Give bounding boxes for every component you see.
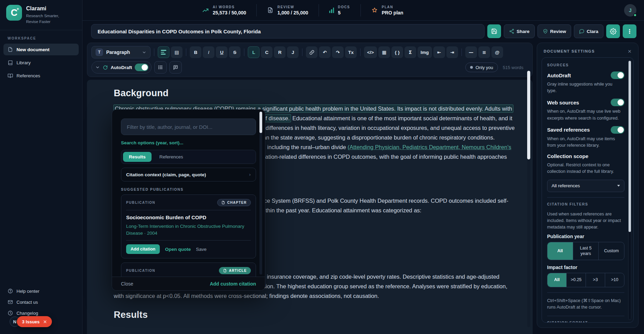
autodraft-expand-button[interactable] [95,65,100,70]
more-options-button[interactable]: ⋮ [623,24,636,38]
badge-label: ARTICLE [229,269,247,272]
pub-year-option-custom[interactable]: Custom [598,242,624,260]
tab-references[interactable]: References [154,152,189,162]
link-button[interactable] [306,46,318,58]
math-button[interactable]: Σ [404,46,416,58]
impact-option-all[interactable]: All [547,273,566,287]
popup-scrollbar-thumb[interactable] [259,112,262,133]
sidebar-item-new-document[interactable]: New document [3,44,79,55]
impact-option-10[interactable]: >10 [605,273,624,287]
issues-toast: N 3 Issues × [10,316,52,327]
outdent-button[interactable]: ⇤ [433,46,445,58]
pub-year-option-last5[interactable]: Last 5 years [573,242,599,260]
align-center-button[interactable]: C [261,46,273,58]
collection-scope-select[interactable]: All references [547,180,624,192]
sidebar-item-references[interactable]: References [3,70,79,81]
search-options-link[interactable]: Search options (year, sort)... [121,140,256,145]
save-reference-link[interactable]: Save [196,247,207,252]
toggle-knob [618,127,624,133]
indent-button[interactable]: ⇥ [446,46,458,58]
underline-button[interactable]: U [216,46,227,58]
app-logo[interactable]: C [6,5,22,21]
bold-button[interactable]: B [190,46,201,58]
align-justify-button[interactable]: J [287,46,299,58]
undo-button[interactable]: ↶ [319,46,331,58]
image-button[interactable]: Img [418,46,432,58]
review-button[interactable]: Review [537,24,571,38]
outline-list-button[interactable] [154,61,167,74]
formatting-toolbar-row: T Paragraph ▤ B I U S L [91,46,528,58]
tab-results[interactable]: Results [123,152,152,162]
caret-icon: › [249,172,251,177]
saved-references-setting-row: Saved references [547,126,624,134]
mention-button[interactable]: @ [491,46,503,58]
autodraft-setting-toggle[interactable] [611,71,624,79]
line-blocks-button[interactable]: ≡ [478,46,490,58]
notification-initial: N [13,319,16,324]
presence-label: Only you [476,65,493,70]
add-custom-citation-link[interactable]: Add custom citation [210,281,256,287]
sidebar-item-library[interactable]: Library [3,57,79,68]
sparkle-icon [16,8,20,11]
file-plus-icon [8,47,13,52]
align-left-letter-button[interactable]: L [248,46,259,58]
save-button[interactable] [487,24,501,38]
saved-references-toggle[interactable] [611,126,624,134]
redo-button[interactable]: ↷ [332,46,344,58]
user-avatar[interactable]: J [624,4,636,16]
citation-filter-input[interactable] [121,119,256,135]
close-popup-button[interactable]: Close [121,281,133,287]
web-sources-toggle[interactable] [611,99,624,106]
align-left-button[interactable] [158,46,169,58]
horizontal-rule-button[interactable]: — [465,46,477,58]
page-outline-button[interactable]: ▤ [171,46,182,58]
share-button[interactable]: Share [504,24,535,38]
app-tagline: Research Smarter, Revise Faster [26,13,71,24]
popup-scrollbar-track[interactable] [259,113,262,275]
issues-badge[interactable]: 3 Issues × [17,316,52,327]
align-right-button[interactable]: R [274,46,286,58]
collection-scope-description: Optional. Restrict context to one collec… [547,162,622,175]
strikethrough-button[interactable]: S [229,46,241,58]
add-citation-button[interactable]: Add citation [126,244,160,254]
align-left-icon [161,50,166,55]
selected-collection: All references [552,183,580,188]
clara-button[interactable]: Clara [574,24,603,38]
open-quote-link[interactable]: Open quote [165,247,191,252]
clear-format-button[interactable]: Tx [345,46,357,58]
italic-button[interactable]: I [203,46,214,58]
sidebar-item-contact-us[interactable]: Contact us [3,297,79,307]
publication-kind-label: PUBLICATION [126,269,155,272]
panel-scrollbar-thumb[interactable] [629,61,631,232]
pub-year-option-all[interactable]: All [547,242,573,260]
citation-context-toggle[interactable]: Citation context (claim, page, quote) › [121,168,256,181]
autodraft-toggle[interactable] [135,64,148,71]
document-title-input[interactable] [91,24,485,38]
editor-scrollbar[interactable] [527,71,530,327]
popup-footer: Close Add custom citation [112,277,265,290]
close-panel-button[interactable]: × [628,48,632,54]
block-type-dropdown[interactable]: T Paragraph [91,46,151,58]
section-heading-background: Background [114,88,518,99]
panel-header: DOCUMENT SETTINGS × [542,47,634,57]
comments-button[interactable] [169,61,182,74]
code-button[interactable]: </> [364,46,377,58]
document-title-row: Share Review Clara ⋮ [82,21,644,41]
scrollbar-thumb[interactable] [527,71,530,159]
comment-icon [173,65,178,70]
collection-scope-label: Collection scope [547,153,624,159]
braces-button[interactable]: { } [391,46,403,58]
divider [547,197,624,198]
help-circle-icon [8,288,13,294]
presence-indicator[interactable]: Only you [465,63,498,72]
publication-card: PUBLICATION CHAPTER Socioeconomic Burden… [121,194,256,258]
impact-option-025[interactable]: >0.25 [566,273,586,287]
sidebar-item-help-center[interactable]: Help center [3,286,79,296]
table-button[interactable]: ▦ [378,46,390,58]
impact-option-3[interactable]: >3 [586,273,605,287]
stat-plan: PLAN PRO plan [361,5,414,15]
panel-title: DOCUMENT SETTINGS [544,49,595,53]
close-icon[interactable]: × [43,319,47,324]
settings-button[interactable] [606,24,620,38]
divider [126,210,251,210]
